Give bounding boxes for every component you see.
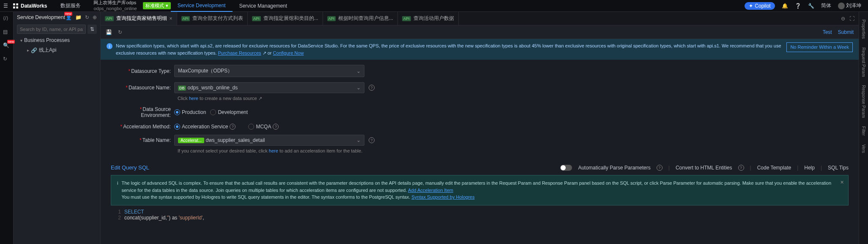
brand-logo[interactable]: DataWorks [12,3,47,9]
refresh-icon[interactable]: ↻ [85,14,89,20]
rtab-filter[interactable]: Filter [861,123,866,139]
tab-minimize-icon[interactable]: ⊖ [841,16,845,22]
env-mode-tag[interactable]: 标准模式 [143,2,171,9]
svg-rect-3 [16,6,18,8]
api-icon: API [327,16,336,21]
reload-icon[interactable]: ↻ [118,29,122,35]
close-icon[interactable]: × [170,16,173,22]
rtab-request-param[interactable]: Request Param [861,44,866,80]
rail-api-icon[interactable]: ⟨/⟩ [3,15,11,23]
help-icon[interactable]: ? [657,165,663,171]
tab-label: 查询活动用户数据 [413,15,454,22]
tree-root-business[interactable]: ▾Business Processes [14,36,100,45]
rtab-version[interactable]: Vers [861,141,866,156]
nav-service-dev[interactable]: Service Development [171,0,233,12]
tree-node-online-api[interactable]: ▸🔗 线上Api [14,45,100,55]
copilot-button[interactable]: ✦ Copilot [741,2,778,10]
avatar [838,3,845,9]
svg-rect-2 [13,6,15,8]
rail-list-icon[interactable]: ▤ [3,29,11,36]
no-reminder-button[interactable]: No Reminder Within a Week [786,42,853,52]
radio-development[interactable]: Development [210,109,248,115]
rtab-properties[interactable]: Properties [861,16,866,42]
syntax-link[interactable]: Syntax Supported by Hologres [411,194,474,200]
chevron-down-icon: ⌄ [356,85,361,91]
bell-icon[interactable]: 🔔 [778,3,791,9]
new-badge: new [64,12,72,16]
submit-link[interactable]: Submit [838,29,854,35]
sidebar-title: Service Development [17,14,65,20]
radio-acc-service[interactable]: Acceleration Service ? [174,124,235,130]
chevron-down-icon: ⌄ [356,68,361,74]
rtab-response-param[interactable]: Response Param [861,82,866,121]
tab-item[interactable]: API查询全部支付方式列表 [177,12,248,25]
help-link[interactable]: Help [804,165,815,171]
rail-search-icon[interactable]: 🔍 [3,42,11,50]
ds-hint: Click here to create a new data source ↗ [178,96,849,101]
radio-production[interactable]: Production [174,109,206,115]
nav-data-service[interactable]: 数据服务 [54,0,88,12]
info-icon: i [107,43,112,49]
chevron-right-icon: ▸ [27,48,29,53]
menu-icon[interactable]: ☰ [3,3,8,9]
radio-mcqa[interactable]: MCQA ? [248,124,279,130]
tab-item[interactable]: API查询指定商家销售明细× [101,12,177,25]
configure-link[interactable]: Configure Now [273,50,304,55]
nav-service-mgmt[interactable]: Service Management [233,0,294,12]
svg-rect-1 [16,3,18,6]
ds-type-value: MaxCompute（ODPS） [178,67,233,75]
radio-mcqa-label: MCQA [256,124,271,130]
add-acc-link[interactable]: here [269,148,278,153]
tree-root-label: Business Processes [24,37,70,43]
help-icon[interactable]: ❔ [791,3,805,9]
add-acc-item-link[interactable]: Add Acceleration Item [408,188,453,193]
chevron-down-icon: ⌄ [356,137,361,143]
help-icon[interactable]: ? [738,165,744,171]
filter-icon[interactable]: ⇅ [88,25,97,34]
auto-parse-label: Automatically Parse Parameters [578,165,650,171]
user-name: 刘泽坤 [846,2,861,9]
ds-name-select[interactable]: DBodps_wsnb_online_ds⌄ [174,82,364,93]
save-icon[interactable]: 💾 [106,29,112,35]
tbl-select[interactable]: Accelerat... dws_supplier_sales_detail⌄ [174,135,364,146]
api-icon: API [105,16,114,21]
user-menu[interactable]: 刘泽坤 [835,2,865,9]
html-ent-label[interactable]: Convert to HTML Entities [676,165,732,171]
sql-tips-link[interactable]: SQL Tips [828,165,849,171]
tab-item[interactable]: API查询指定展馆和类目的... [248,12,323,25]
test-link[interactable]: Test [823,29,832,35]
tab-label: 查询全部支付方式列表 [192,15,243,22]
radio-acc-label: Acceleration Service [182,124,228,130]
tab-item[interactable]: API查询活动用户数据 [398,12,459,25]
project-name: 网上农博生产库odps [93,0,137,6]
tbl-hint: If you cannot select your desired table,… [178,148,849,153]
rail-history-icon[interactable]: ↻ [3,56,11,64]
locate-icon[interactable]: ⊕ [93,14,97,20]
lang-switch[interactable]: 简体 [818,2,835,9]
edit-sql-title: Edit Query SQL [111,164,149,171]
auto-parse-toggle[interactable] [560,165,572,171]
code-tpl-link[interactable]: Code Template [757,165,791,171]
close-icon[interactable]: ✕ [840,179,844,186]
radio-prod-label: Production [182,109,206,115]
sql-keyword: SELECT [124,209,144,215]
env-label: *Data Source Environment: [111,106,174,119]
ds-type-select[interactable]: MaxCompute（ODPS）⌄ [174,65,364,77]
sql-text: , [203,215,204,221]
sql-text: concat(supplier_id, [124,215,167,221]
help-icon[interactable]: ? [230,124,235,130]
tab-item[interactable]: API根据时间查询用户信息... [323,12,398,25]
help-icon[interactable]: ? [369,85,375,91]
sql-editor[interactable]: 1SELECT 2 concat(supplier_id,'') as 'sup… [111,209,849,221]
tab-label: 查询指定展馆和类目的... [263,15,318,22]
tab-expand-icon[interactable]: ⛶ [849,16,854,22]
help-icon[interactable]: ? [369,137,375,143]
purchase-link[interactable]: Purchase Resources [218,50,261,55]
tools-icon[interactable]: 🔧 [805,3,818,9]
sidebar-search-input[interactable] [17,25,86,34]
add-folder-icon[interactable]: 📁 [75,14,82,20]
project-selector[interactable]: 网上农博生产库odps odps_nongbo_online [88,0,142,11]
ds-type-label: *Datasource Type: [111,68,174,74]
help-icon[interactable]: ? [273,124,279,130]
create-ds-link[interactable]: here [189,96,198,101]
